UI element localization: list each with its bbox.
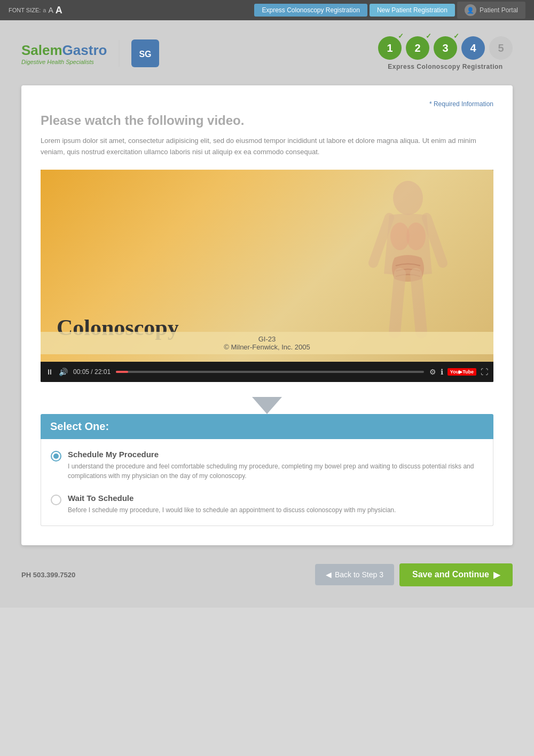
- font-size-large[interactable]: A: [56, 5, 62, 16]
- video-copyright: © Milner-Fenwick, Inc. 2005: [224, 343, 310, 351]
- logo-divider: [119, 40, 120, 67]
- option-schedule[interactable]: Schedule My Procedure I understand the p…: [51, 450, 483, 481]
- video-thumbnail: Colonoscopy GI-23 © Milner-Fenwick, Inc.…: [41, 170, 493, 362]
- top-bar: FONT SIZE: a A A Express Colonoscopy Reg…: [0, 0, 534, 20]
- steps-row: ✓ 1 ✓ 2 ✓ 3 4 5: [378, 36, 513, 60]
- logo-subtitle: Digestive Health Specialists: [21, 59, 107, 65]
- option-wait-description: Before I schedule my procedure, I would …: [68, 505, 396, 515]
- express-registration-button[interactable]: Express Colonoscopy Registration: [254, 4, 367, 17]
- intro-text: Lorem ipsum dolor sit amet, consectetur …: [41, 136, 493, 158]
- select-one-title: Select One:: [50, 420, 484, 433]
- video-container[interactable]: Colonoscopy GI-23 © Milner-Fenwick, Inc.…: [41, 170, 493, 382]
- footer-phone: PH 503.399.7520: [21, 571, 75, 579]
- video-gi-text: GI-23 © Milner-Fenwick, Inc. 2005: [41, 332, 493, 354]
- video-progress-bar[interactable]: [116, 371, 424, 373]
- patient-portal-button[interactable]: 👤 Patient Portal: [457, 2, 525, 19]
- logo-icon: SG: [131, 39, 159, 67]
- required-note: * Required Information: [41, 100, 493, 108]
- settings-icon[interactable]: ⚙: [429, 368, 436, 376]
- logo-text: SalemGastro Digestive Health Specialists: [21, 42, 107, 65]
- step-3-check: ✓: [453, 32, 459, 40]
- steps-label: Express Colonoscopy Registration: [388, 63, 502, 70]
- arrow-indicator: [41, 398, 493, 415]
- video-gi-label: GI-23: [258, 335, 276, 343]
- new-patient-button[interactable]: New Patient Registration: [370, 4, 455, 17]
- main-card: * Required Information Please watch the …: [21, 85, 513, 545]
- save-chevron-icon: ▶: [493, 570, 500, 580]
- back-chevron-icon: ◀: [326, 570, 332, 579]
- video-progress-fill: [116, 371, 128, 373]
- save-button-label: Save and Continue: [412, 570, 489, 579]
- steps-area: ✓ 1 ✓ 2 ✓ 3 4 5: [378, 36, 513, 70]
- header-row: SalemGastro Digestive Health Specialists…: [21, 36, 513, 70]
- step-2-check: ✓: [426, 32, 431, 40]
- pause-button[interactable]: ⏸: [46, 368, 53, 376]
- step-3[interactable]: ✓ 3: [434, 36, 457, 60]
- step-4[interactable]: 4: [461, 36, 485, 60]
- logo-gastro: Gastro: [62, 42, 107, 58]
- video-ctrl-icons: ⚙ ℹ You▶Tube ⛶: [429, 368, 488, 376]
- fullscreen-icon[interactable]: ⛶: [481, 368, 488, 376]
- logo-area: SalemGastro Digestive Health Specialists…: [21, 39, 159, 67]
- step-1[interactable]: ✓ 1: [378, 36, 402, 60]
- step-5[interactable]: 5: [489, 36, 513, 60]
- save-continue-button[interactable]: Save and Continue ▶: [399, 563, 513, 586]
- svg-text:SG: SG: [139, 50, 152, 59]
- footer-buttons: ◀ Back to Step 3 Save and Continue ▶: [315, 563, 513, 586]
- step-3-number: 3: [442, 42, 448, 54]
- option-wait-content: Wait To Schedule Before I schedule my pr…: [68, 494, 396, 515]
- page-wrapper: SalemGastro Digestive Health Specialists…: [0, 20, 534, 608]
- radio-schedule[interactable]: [51, 451, 61, 461]
- radio-schedule-fill: [53, 453, 59, 459]
- portal-label: Patient Portal: [480, 6, 518, 14]
- down-arrow-icon: [252, 397, 282, 414]
- option-wait-label: Wait To Schedule: [68, 494, 396, 503]
- section-heading: Please watch the following video.: [41, 113, 493, 128]
- svg-point-2: [393, 181, 423, 215]
- info-icon[interactable]: ℹ: [441, 368, 443, 376]
- step-5-number: 5: [498, 42, 504, 54]
- volume-button[interactable]: 🔊: [59, 368, 68, 376]
- top-navigation: Express Colonoscopy Registration New Pat…: [254, 2, 525, 19]
- footer: PH 503.399.7520 ◀ Back to Step 3 Save an…: [21, 558, 513, 597]
- video-controls: ⏸ 🔊 00:05 / 22:01 ⚙ ℹ You▶Tube ⛶: [41, 362, 493, 382]
- option-schedule-description: I understand the procedure and feel comf…: [68, 461, 483, 481]
- select-one-header: Select One:: [41, 414, 493, 439]
- back-button-label: Back to Step 3: [335, 570, 383, 579]
- logo-name: SalemGastro: [21, 42, 107, 59]
- youtube-badge: You▶Tube: [447, 368, 476, 376]
- font-size-medium[interactable]: A: [48, 6, 53, 14]
- portal-icon: 👤: [465, 4, 476, 16]
- select-one-section: Select One: Schedule My Procedure I unde…: [41, 414, 493, 526]
- logo-salem: Salem: [21, 42, 62, 58]
- select-one-body: Schedule My Procedure I understand the p…: [41, 439, 493, 526]
- phone-label: PH: [21, 571, 31, 579]
- font-size-small[interactable]: a: [43, 7, 46, 13]
- step-4-number: 4: [470, 42, 476, 54]
- option-schedule-label: Schedule My Procedure: [68, 450, 483, 459]
- option-schedule-content: Schedule My Procedure I understand the p…: [68, 450, 483, 481]
- back-button[interactable]: ◀ Back to Step 3: [315, 564, 394, 585]
- step-2[interactable]: ✓ 2: [406, 36, 429, 60]
- step-2-number: 2: [414, 42, 420, 54]
- radio-wait[interactable]: [51, 495, 61, 505]
- font-size-label-text: FONT SIZE:: [9, 7, 41, 13]
- phone-number: 503.399.7520: [33, 571, 76, 579]
- option-wait[interactable]: Wait To Schedule Before I schedule my pr…: [51, 494, 483, 515]
- step-1-number: 1: [387, 42, 392, 54]
- video-time: 00:05 / 22:01: [73, 368, 111, 376]
- step-1-check: ✓: [398, 32, 404, 40]
- font-size-control: FONT SIZE: a A A: [9, 5, 62, 16]
- svg-point-4: [406, 222, 426, 250]
